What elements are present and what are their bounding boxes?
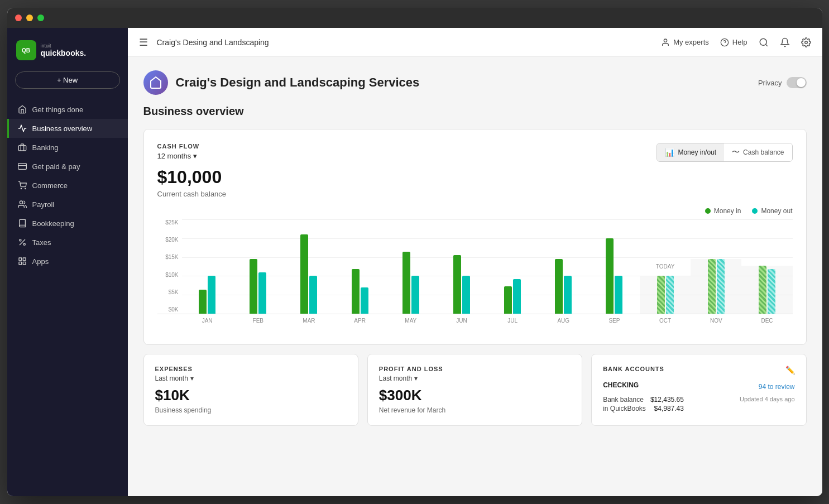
bar-in-may [402,252,410,314]
money-inout-tab[interactable]: 📊 Money in/out [657,143,724,161]
expenses-period-label: Last month [155,375,188,382]
bar-group-apr [334,269,385,314]
bank-accounts-title: BANK ACCOUNTS [603,366,664,372]
bar-out-nov [717,259,725,314]
new-button[interactable]: + New [15,71,120,89]
bank-balances: Bank balance $12,435.65 in QuickBooks $4… [603,396,684,414]
hamburger-icon[interactable]: ☰ [139,36,148,49]
sidebar-item-get-paid-pay[interactable]: Get paid & pay [7,157,128,176]
privacy-toggle[interactable]: Privacy [758,77,807,88]
avatar [143,70,168,95]
chart-month-labels: JANFEBMARAPRMAYJUNJULAUGSEPOCTNOVDEC [157,318,793,324]
sidebar-item-apps[interactable]: Apps [7,252,128,271]
settings-button[interactable] [801,37,811,47]
search-button[interactable] [759,37,769,47]
cash-balance-label: Cash balance [743,148,784,156]
checking-name: CHECKING [603,381,639,389]
bar-group-sep [589,238,640,314]
sidebar-item-commerce[interactable]: Commerce [7,176,128,195]
sidebar-item-label: Get things done [32,105,84,114]
book-icon [18,219,27,228]
gridline-25k [182,219,793,220]
bar-in-dec [759,266,766,314]
bank-balance-label: Bank balance [603,396,644,404]
bar-out-oct [666,276,674,314]
qb-amount: $4,987.43 [654,405,684,412]
quickbooks-logo-icon [16,40,36,60]
search-icon [759,37,769,47]
cash-balance-tab[interactable]: 〜 Cash balance [724,143,792,161]
minimize-dot[interactable] [26,15,33,21]
sidebar: intuit quickbooks. + New Get things done… [7,28,128,496]
bar-in-jul [504,286,512,314]
cash-amount: $10,000 [157,167,793,188]
expenses-period[interactable]: Last month ▾ [155,375,347,382]
bar-out-dec [768,269,775,314]
month-label-jul: JUL [487,318,538,324]
bar-in-oct [657,276,665,314]
y-label-20k: $20K [157,237,182,243]
period-selector[interactable]: 12 months ▾ [157,152,200,160]
bar-out-jun [462,276,470,314]
money-out-label: Money out [761,207,792,215]
notifications-button[interactable] [780,37,790,47]
review-link[interactable]: 94 to review [759,383,795,391]
profit-loss-period-chevron: ▾ [414,375,418,382]
month-label-mar: MAR [284,318,334,324]
profit-loss-card: PROFIT AND LOSS Last month ▾ $300K Net r… [367,354,582,426]
period-chevron-icon: ▾ [193,152,197,160]
cash-flow-card: CASH FLOW 12 months ▾ 📊 Money in/out [143,129,807,345]
bar-in-feb [250,259,257,314]
svg-rect-12 [19,262,22,265]
bank-accounts-card: BANK ACCOUNTS ✏️ CHECKING 94 to review [591,354,806,426]
profit-loss-period[interactable]: Last month ▾ [379,375,571,382]
svg-rect-9 [19,258,22,261]
expenses-sub: Business spending [155,406,347,414]
period-label: 12 months [157,152,191,160]
bar-group-nov [691,259,741,314]
gear-icon [801,37,811,47]
help-icon [720,38,729,47]
sidebar-item-taxes[interactable]: Taxes [7,233,128,252]
bar-out-apr [361,287,368,314]
month-label-apr: APR [334,318,385,324]
privacy-switch[interactable] [787,77,807,88]
bar-out-aug [564,276,572,314]
svg-point-7 [19,239,21,241]
sidebar-item-label: Commerce [32,181,68,190]
expert-icon [661,38,670,47]
bar-in-aug [555,259,563,314]
shopping-icon [18,181,27,190]
svg-point-16 [760,39,766,45]
svg-rect-11 [23,262,26,265]
intuit-label: intuit [41,44,87,49]
maximize-dot[interactable] [37,15,44,21]
sidebar-item-business-overview[interactable]: Business overview [7,119,128,138]
cash-flow-header: CASH FLOW 12 months ▾ 📊 Money in/out [157,143,793,165]
sidebar-item-get-things-done[interactable]: Get things done [7,100,128,119]
sidebar-item-label: Taxes [32,238,51,247]
month-label-oct: OCT [640,318,691,324]
bar-chart-icon: 📊 [665,148,674,157]
month-label-sep: SEP [589,318,640,324]
sidebar-logo: intuit quickbooks. [7,35,128,71]
svg-point-8 [23,243,25,245]
sidebar-item-label: Bookkeeping [32,219,74,228]
svg-point-18 [804,41,807,44]
my-experts-button[interactable]: My experts [661,38,709,47]
edit-icon[interactable]: ✏️ [785,366,795,375]
y-label-10k: $10K [157,272,182,278]
sidebar-item-banking[interactable]: Banking [7,138,128,157]
sidebar-item-payroll[interactable]: Payroll [7,195,128,214]
quickbooks-label: quickbooks. [41,49,87,57]
company-name: Craig's Desing and Landscaping [157,38,269,47]
page-content: Craig's Design and Landscaping Services … [128,57,822,496]
y-label-0k: $0K [157,306,182,313]
bar-in-apr [352,269,360,314]
help-button[interactable]: Help [720,38,747,47]
bar-group-jul [487,279,538,314]
money-in-label: Money in [714,207,741,215]
sidebar-item-bookkeeping[interactable]: Bookkeeping [7,214,128,233]
checking-account: CHECKING 94 to review Bank balance $12,4… [603,381,794,414]
close-dot[interactable] [15,15,22,21]
